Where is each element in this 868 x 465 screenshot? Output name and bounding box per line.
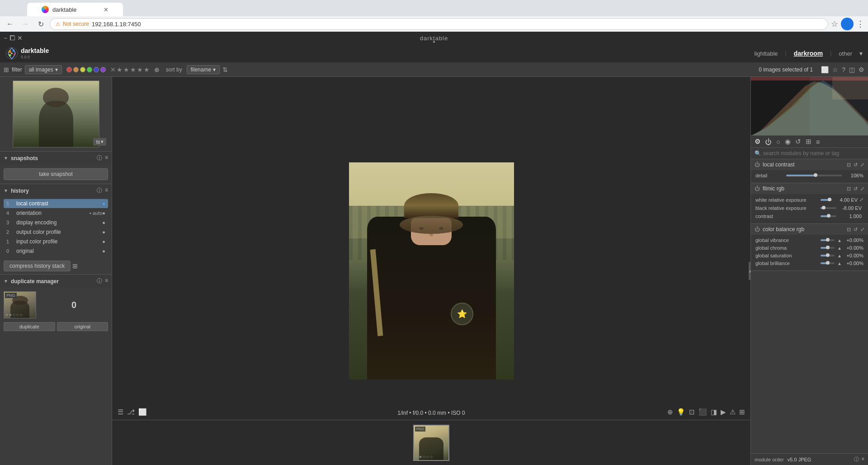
browser-profile[interactable]: 👤: [841, 18, 854, 30]
bottom-tool-info-icon[interactable]: 💡: [677, 408, 685, 416]
global-saturation-thumb[interactable]: [826, 253, 830, 257]
filmic-rgb-power-icon[interactable]: ⏻: [755, 185, 760, 192]
global-chroma-thumb[interactable]: [826, 246, 830, 249]
history-item-4[interactable]: 4 orientation • auto ●: [4, 209, 108, 218]
bottom-tool-list-icon[interactable]: ☰: [118, 408, 123, 416]
color-dot-orange[interactable]: [73, 67, 79, 72]
address-bar[interactable]: ⚠ Not secure 192.168.1.18:7450: [50, 18, 828, 30]
fr-preset-icon[interactable]: ⊡: [847, 186, 851, 192]
bottom-tool-bw-icon[interactable]: ◨: [711, 408, 717, 416]
color-dot-yellow[interactable]: [80, 67, 85, 72]
filter-dropdown[interactable]: all images ▾: [25, 65, 62, 74]
white-rel-exposure-link-icon[interactable]: ⤢: [859, 197, 863, 203]
view-overlay-icon[interactable]: ◫: [849, 66, 855, 73]
thumbnail-fit-btn[interactable]: fit ▾: [93, 138, 106, 146]
global-chroma-slider-track[interactable]: [821, 247, 835, 249]
star4[interactable]: ★: [137, 66, 143, 73]
view-settings-icon[interactable]: ⚙: [859, 66, 864, 73]
snapshots-header[interactable]: ▼ snapshots ⓘ ≡: [0, 152, 112, 165]
module-tab-params[interactable]: ⚙: [755, 138, 760, 146]
color-dot-red[interactable]: [66, 67, 72, 72]
nav-chevron-icon[interactable]: ▾: [859, 50, 863, 57]
module-tab-effect[interactable]: ↺: [795, 138, 801, 146]
nav-back-button[interactable]: ←: [4, 18, 16, 30]
take-snapshot-button[interactable]: take snapshot: [4, 168, 108, 180]
white-rel-exposure-slider-track[interactable]: [821, 199, 832, 201]
history-header[interactable]: ▼ history ⓘ ≡: [0, 184, 112, 197]
nav-refresh-button[interactable]: ↻: [34, 18, 47, 30]
module-order-info-icon[interactable]: ⓘ: [854, 456, 859, 463]
global-brilliance-slider-track[interactable]: [821, 262, 835, 264]
history-item-0[interactable]: 0 original ●: [4, 247, 108, 256]
compare-icon[interactable]: ⊕: [154, 66, 160, 73]
dup-info-icon[interactable]: ⓘ: [97, 277, 102, 285]
contrast-slider-track[interactable]: [821, 215, 836, 217]
global-vibrance-thumb[interactable]: [826, 238, 830, 242]
detail-slider-track[interactable]: [786, 175, 842, 176]
snapshots-info-icon[interactable]: ⓘ: [97, 154, 102, 162]
history-menu-icon[interactable]: ≡: [105, 187, 108, 195]
white-rel-exposure-slider-thumb[interactable]: [828, 198, 831, 201]
bottom-tool-play-icon[interactable]: ▶: [721, 408, 726, 416]
compress-history-stack-button[interactable]: compress history stack: [4, 261, 71, 271]
cbr-preset-icon[interactable]: ⊡: [847, 227, 851, 232]
fr-reset-icon[interactable]: ↺: [854, 186, 858, 192]
browser-tab[interactable]: darktable ✕: [27, 3, 123, 16]
star5[interactable]: ★: [144, 66, 150, 73]
snapshots-menu-icon[interactable]: ≡: [105, 154, 108, 162]
local-contrast-power-icon[interactable]: ⏻: [755, 161, 760, 168]
module-tab-preset[interactable]: ≡: [816, 138, 820, 146]
browser-menu-icon[interactable]: ⋮: [856, 19, 864, 29]
bottom-tool-zoom-icon[interactable]: ⊕: [667, 408, 673, 416]
duplicate-manager-header[interactable]: ▼ duplicate manager ⓘ ≡: [0, 275, 112, 288]
star3[interactable]: ★: [130, 66, 136, 73]
module-tab-power[interactable]: ⏻: [765, 138, 772, 146]
history-item-1[interactable]: 1 input color profile ●: [4, 237, 108, 246]
contrast-slider-thumb[interactable]: [827, 214, 830, 218]
bottom-tool-branch-icon[interactable]: ⎇: [127, 408, 135, 416]
reject-icon[interactable]: ✕: [110, 66, 116, 73]
bottom-tool-grid-icon[interactable]: ⊞: [739, 408, 745, 416]
star1[interactable]: ★: [117, 66, 123, 73]
fr-expand-icon[interactable]: ⤢: [860, 186, 864, 192]
nav-lighttable[interactable]: lighttable: [750, 48, 781, 59]
bookmark-star-icon[interactable]: ☆: [831, 19, 838, 29]
view-star-icon[interactable]: ☆: [832, 66, 838, 73]
module-order-menu-icon[interactable]: ≡: [862, 456, 864, 463]
compress-icon[interactable]: ⊞: [72, 262, 78, 270]
color-dot-green[interactable]: [87, 67, 92, 72]
module-tab-color[interactable]: ○: [776, 138, 780, 146]
nav-darkroom[interactable]: darkroom: [790, 48, 827, 59]
app-window-minimize[interactable]: − ⧠ ✕: [4, 34, 23, 42]
bottom-tool-warn-icon[interactable]: ⚠: [730, 408, 736, 416]
cbr-expand-icon[interactable]: ⤢: [860, 227, 864, 232]
sort-dropdown[interactable]: filename ▾: [187, 65, 220, 74]
color-dot-purple[interactable]: [100, 67, 106, 72]
cbr-power-icon[interactable]: ⏻: [755, 226, 760, 232]
tab-close[interactable]: ✕: [104, 6, 108, 13]
cbr-reset-icon[interactable]: ↺: [854, 227, 858, 232]
history-item-5[interactable]: 5 local contrast ●: [4, 199, 108, 208]
module-tab-correct[interactable]: ◉: [785, 138, 791, 146]
filmstrip-item[interactable]: PNG ★★☆☆☆: [413, 425, 449, 461]
bottom-tool-crop-icon[interactable]: ⬜: [138, 408, 147, 416]
view-help-icon[interactable]: ?: [842, 66, 845, 73]
lc-expand-icon[interactable]: ⤢: [860, 162, 864, 168]
module-tab-all[interactable]: ⊞: [806, 138, 811, 146]
color-dot-blue[interactable]: [94, 67, 99, 72]
nav-other[interactable]: other: [835, 48, 856, 59]
detail-slider-thumb[interactable]: [814, 173, 817, 177]
dup-menu-icon[interactable]: ≡: [105, 277, 108, 285]
sort-order-icon[interactable]: ⇅: [222, 66, 228, 73]
lc-preset-icon[interactable]: ⊡: [847, 162, 851, 168]
lc-reset-icon[interactable]: ↺: [854, 162, 858, 168]
global-brilliance-thumb[interactable]: [826, 261, 830, 265]
bottom-tool-frame-icon[interactable]: ⊡: [689, 408, 695, 416]
nav-forward-button[interactable]: →: [19, 18, 32, 30]
history-info-icon[interactable]: ⓘ: [97, 187, 102, 195]
global-saturation-slider-track[interactable]: [821, 255, 835, 256]
global-vibrance-slider-track[interactable]: [821, 239, 835, 241]
view-single-icon[interactable]: ⬜: [821, 66, 829, 73]
black-rel-exposure-slider-track[interactable]: [821, 207, 836, 209]
bottom-tool-fullscreen-icon[interactable]: ⬛: [698, 408, 707, 416]
